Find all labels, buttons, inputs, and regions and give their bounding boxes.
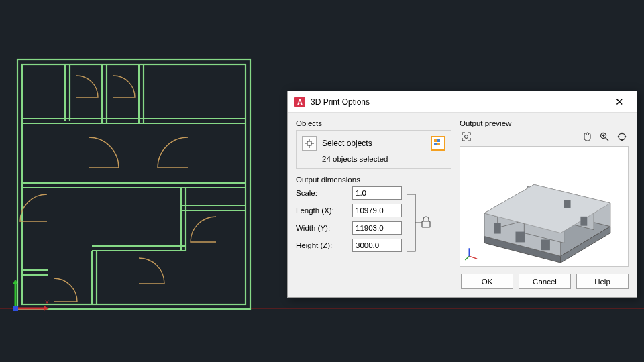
svg-point-46 bbox=[621, 139, 623, 141]
length-label: Length (X): bbox=[296, 206, 348, 215]
svg-rect-35 bbox=[434, 143, 437, 145]
svg-text:X: X bbox=[45, 299, 49, 306]
crosshair-icon bbox=[305, 139, 314, 148]
svg-rect-63 bbox=[541, 239, 550, 250]
orbit-icon bbox=[616, 131, 627, 142]
svg-rect-1 bbox=[22, 64, 246, 304]
pan-button[interactable] bbox=[580, 130, 594, 143]
app-icon bbox=[294, 97, 305, 107]
svg-point-48 bbox=[625, 136, 627, 138]
scale-label: Scale: bbox=[296, 189, 348, 197]
output-preview-label: Output preview bbox=[460, 119, 629, 127]
quick-select-button[interactable] bbox=[431, 136, 445, 151]
svg-rect-28 bbox=[307, 141, 311, 145]
svg-line-39 bbox=[468, 138, 469, 139]
svg-marker-26 bbox=[13, 280, 18, 284]
quick-select-icon bbox=[433, 139, 443, 148]
dialog-title: 3D Print Options bbox=[311, 97, 604, 107]
cancel-button[interactable]: Cancel bbox=[519, 274, 571, 289]
svg-rect-27 bbox=[13, 306, 18, 311]
objects-group: Select objects 24 objects selected bbox=[296, 130, 451, 169]
width-label: Width (Y): bbox=[296, 224, 348, 232]
svg-rect-65 bbox=[564, 200, 571, 208]
zoom-extents-icon bbox=[461, 131, 472, 142]
svg-line-67 bbox=[465, 256, 469, 260]
length-input[interactable] bbox=[352, 204, 402, 217]
output-dimensions-label: Output dimensions bbox=[296, 176, 451, 184]
select-objects-label: Select objects bbox=[322, 139, 372, 148]
svg-rect-36 bbox=[437, 143, 440, 145]
svg-marker-23 bbox=[44, 306, 49, 311]
close-button[interactable]: ✕ bbox=[604, 92, 634, 112]
lock-bracket-icon bbox=[405, 188, 438, 261]
magnifier-icon bbox=[599, 131, 610, 142]
svg-line-66 bbox=[469, 256, 477, 259]
ok-button[interactable]: OK bbox=[461, 274, 513, 289]
svg-point-44 bbox=[619, 133, 625, 140]
print-options-dialog: 3D Print Options ✕ Objects bbox=[287, 90, 637, 298]
svg-rect-62 bbox=[515, 232, 525, 243]
objects-label: Objects bbox=[296, 119, 451, 127]
help-button[interactable]: Help bbox=[576, 274, 629, 289]
preview-toolbar bbox=[460, 130, 629, 146]
objects-selected-text: 24 objects selected bbox=[322, 155, 445, 163]
svg-point-47 bbox=[618, 136, 620, 138]
width-input[interactable] bbox=[352, 221, 402, 235]
select-objects-button[interactable] bbox=[302, 136, 317, 151]
zoom-extents-button[interactable] bbox=[460, 130, 473, 143]
floor-plan[interactable] bbox=[15, 57, 253, 312]
svg-point-38 bbox=[465, 135, 468, 139]
svg-rect-61 bbox=[494, 223, 501, 234]
svg-point-45 bbox=[621, 133, 623, 135]
zoom-button[interactable] bbox=[598, 130, 611, 143]
height-input[interactable] bbox=[352, 239, 402, 252]
orbit-button[interactable] bbox=[615, 130, 629, 143]
height-label: Height (Z): bbox=[296, 241, 348, 249]
preview-viewport[interactable] bbox=[460, 146, 629, 267]
dialog-titlebar[interactable]: 3D Print Options ✕ bbox=[288, 91, 637, 113]
scale-input[interactable] bbox=[352, 186, 402, 200]
svg-line-41 bbox=[606, 138, 609, 141]
hand-icon bbox=[582, 131, 592, 142]
svg-rect-34 bbox=[437, 139, 440, 142]
ucs-axis-icon: X bbox=[10, 280, 50, 320]
svg-rect-37 bbox=[422, 221, 430, 227]
svg-rect-64 bbox=[580, 217, 587, 226]
svg-rect-33 bbox=[434, 139, 437, 142]
